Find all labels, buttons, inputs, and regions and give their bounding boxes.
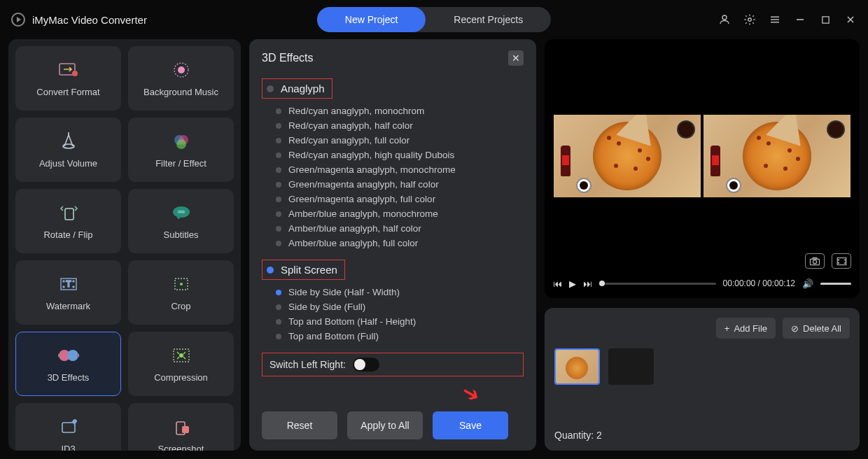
option-label: Red/cyan anaglyph, full color [288,135,410,146]
radio-icon [276,138,281,143]
tool-label: ID3 [61,444,75,451]
close-icon[interactable] [844,13,857,26]
option-label: Side by Side (Half - Width) [288,287,400,297]
radio-icon [276,153,281,158]
radio-icon [276,167,281,173]
snapshot-icon[interactable] [805,253,825,269]
tool-label: Rotate / Flip [43,230,92,240]
radio-icon [276,241,281,246]
project-tabs: New Project Recent Projects [317,7,551,32]
volume-icon[interactable]: 🔊 [802,278,813,289]
add-file-button[interactable]: +Add File [716,318,776,339]
tool-id3[interactable]: ID3 [15,403,121,451]
prev-icon[interactable]: ⏮ [553,278,562,289]
file-thumbnail[interactable] [608,348,654,385]
switch-left-right-toggle[interactable] [353,358,379,372]
next-icon[interactable]: ⏭ [583,278,592,289]
tool-subtitles[interactable]: •••Subtitles [128,189,234,253]
anaglyph-option[interactable]: Red/cyan anaglyph, monochrom [276,106,524,116]
tool-adjust-volume[interactable]: Adjust Volume [15,118,121,182]
svg-point-27 [180,283,183,285]
anaglyph-option[interactable]: Amber/blue anaglyph, half color [276,223,524,234]
volume-slider[interactable] [820,283,851,285]
account-icon[interactable] [718,13,731,26]
tool-convert-format[interactable]: Convert Format [15,46,121,111]
split-option[interactable]: Side by Side (Half - Width) [276,287,524,297]
tool-screenshot[interactable]: Screenshot [128,403,234,451]
svg-rect-37 [182,426,189,433]
option-label: Amber/blue anaglyph, half color [288,223,421,234]
file-thumbnails [554,348,850,385]
svg-point-24 [73,286,74,288]
app-title-text: iMyMac Video Converter [32,14,147,26]
seek-slider[interactable] [599,283,716,285]
radio-icon [276,123,281,129]
split-option[interactable]: Top and Bottom (Full) [276,331,524,341]
option-label: Top and Bottom (Full) [288,331,379,341]
svg-point-22 [73,281,74,282]
anaglyph-section-header[interactable]: Anaglyph [262,78,332,99]
radio-icon [276,226,281,232]
window-controls [718,13,857,26]
menu-icon[interactable] [769,13,781,26]
play-icon[interactable]: ▶ [569,278,576,289]
effects-panel: 3D Effects ✕ Anaglyph Red/cyan anaglyph,… [249,39,536,451]
tab-recent-projects[interactable]: Recent Projects [426,7,551,32]
preview-right-frame [704,115,850,197]
svg-point-1 [748,18,752,22]
watermark-icon: T [57,274,80,294]
anaglyph-option[interactable]: Green/magenta anaglyph, half color [276,179,524,190]
tool-label: Filter / Effect [155,158,206,169]
tool-label: 3D Effects [48,372,90,383]
option-label: Side by Side (Full) [288,302,365,312]
screenshot-icon [169,417,193,437]
tab-new-project[interactable]: New Project [317,7,426,32]
gear-icon[interactable] [743,13,756,26]
tool-background-music[interactable]: Background Music [128,46,234,111]
panel-title: 3D Effects [262,52,314,64]
anaglyph-options: Red/cyan anaglyph, monochromRed/cyan ana… [276,106,524,248]
fullscreen-icon[interactable] [832,253,851,269]
compression-icon [169,346,193,365]
svg-text:T: T [66,279,71,289]
save-button[interactable]: Save [433,411,508,439]
tool-crop[interactable]: Crop [128,260,234,325]
preview-column: ⏮ ▶ ⏭ 00:00:00 / 00:00:12 🔊 +Add File ⊘D… [545,39,860,451]
file-thumbnail[interactable] [554,348,600,385]
reset-button[interactable]: Reset [262,411,337,439]
switch-left-right-row: Switch Left Right: [262,353,524,376]
title-bar: iMyMac Video Converter New Project Recen… [0,0,868,39]
tool-rotate-flip[interactable]: Rotate / Flip [15,189,121,253]
tool-label: Convert Format [36,87,99,97]
split-option[interactable]: Top and Bottom (Half - Height) [276,316,524,327]
anaglyph-option[interactable]: Green/magenta anaglyph, full color [276,194,524,204]
split-option[interactable]: Side by Side (Full) [276,302,524,312]
anaglyph-option[interactable]: Red/cyan anaglyph, full color [276,135,524,146]
anaglyph-option[interactable]: Red/cyan anaglyph, half color [276,120,524,131]
tool-label: Screenshot [158,444,204,451]
split-section-header[interactable]: Split Screen [262,260,345,280]
time-display: 00:00:00 / 00:00:12 [723,278,795,288]
anaglyph-option[interactable]: Amber/blue anaglyph, monochrome [276,209,524,219]
tool-compression[interactable]: Compression [128,332,234,396]
anaglyph-option[interactable]: Amber/blue anaglyph, full color [276,238,524,248]
radio-icon [276,197,281,202]
tool-filter-effect[interactable]: Filter / Effect [128,118,234,182]
radio-icon [276,211,281,217]
anaglyph-option[interactable]: Green/magenta anaglyph, monochrome [276,164,524,175]
anaglyph-option[interactable]: Red/cyan anaglyph, high quality Dubois [276,150,524,160]
video-preview: ⏮ ▶ ⏭ 00:00:00 / 00:00:12 🔊 [545,39,860,298]
quantity-display: Quantity: 2 [554,430,850,441]
crop-icon [169,274,193,294]
apply-to-all-button[interactable]: Apply to All [347,411,423,439]
tool-3d-effects[interactable]: 3D Effects [15,332,121,396]
minimize-icon[interactable] [794,13,806,26]
subtitles-icon: ••• [169,203,193,223]
delete-all-button[interactable]: ⊘Delete All [783,318,850,339]
radio-icon [276,304,281,310]
maximize-icon[interactable] [819,13,832,26]
tool-watermark[interactable]: TWatermark [15,260,121,325]
panel-close-button[interactable]: ✕ [508,50,524,66]
svg-point-29 [67,350,78,361]
app-logo-icon [11,13,25,27]
